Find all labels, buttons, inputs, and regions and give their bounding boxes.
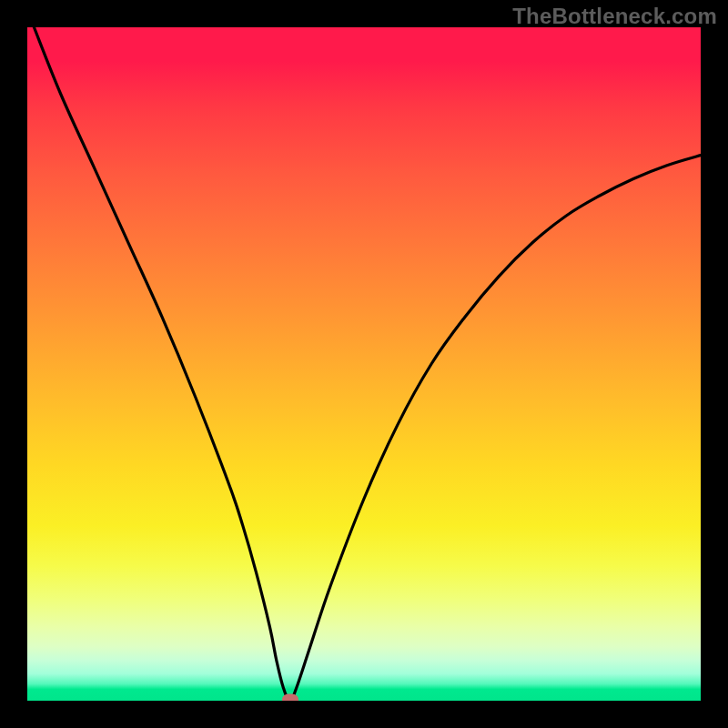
bottleneck-curve: [27, 27, 701, 701]
plot-area: [27, 27, 701, 701]
chart-frame: TheBottleneck.com: [0, 0, 728, 728]
optimum-marker: [282, 694, 298, 702]
watermark-text: TheBottleneck.com: [512, 4, 717, 29]
